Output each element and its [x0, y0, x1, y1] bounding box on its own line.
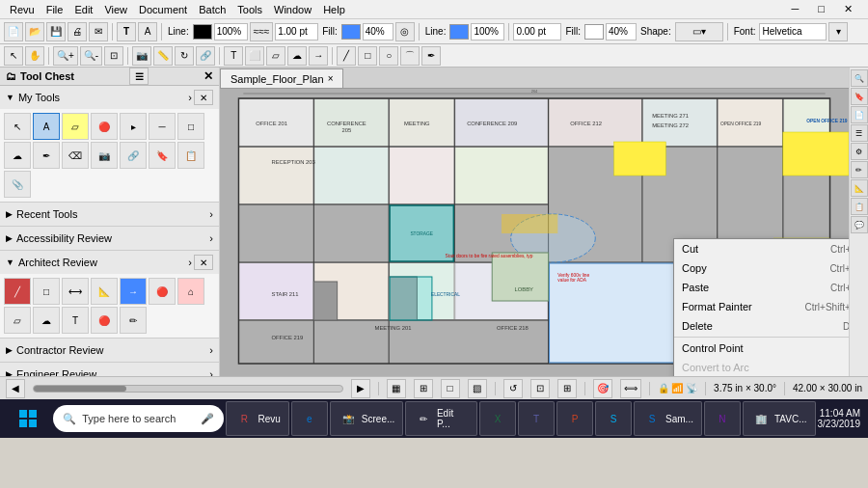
- calibrate-btn[interactable]: 🎯: [593, 379, 612, 398]
- tool-attach[interactable]: 📎: [4, 171, 31, 198]
- arch-tool-11[interactable]: 🔴: [91, 307, 118, 334]
- font-size-btn[interactable]: ▾: [828, 22, 848, 41]
- cloud-btn[interactable]: ☁: [287, 46, 307, 66]
- taskbar-skype[interactable]: S: [595, 401, 632, 436]
- taskbar-search[interactable]: 🔍 Type here to search 🎤: [53, 405, 224, 432]
- accessibility-header[interactable]: ▶ Accessibility Review ›: [0, 227, 219, 250]
- line-pt-input[interactable]: [275, 23, 318, 41]
- taskbar-screen[interactable]: 📸 Scree...: [330, 401, 403, 436]
- rect-btn[interactable]: □: [358, 46, 377, 66]
- status-back-btn[interactable]: ◀: [6, 379, 25, 398]
- type-btn[interactable]: A: [138, 22, 157, 41]
- taskbar-teams[interactable]: T: [518, 401, 555, 436]
- line-color-btn[interactable]: [193, 24, 212, 40]
- zoom-page-btn[interactable]: ⊞: [557, 379, 577, 398]
- arch-tool-8[interactable]: ▱: [4, 307, 31, 334]
- recent-nav[interactable]: ›: [209, 208, 213, 220]
- line2-pct-input[interactable]: [471, 23, 504, 41]
- arch-tool-6[interactable]: 🔴: [149, 278, 176, 305]
- rt-bookmark[interactable]: 🔖: [851, 88, 868, 105]
- minimize-btn[interactable]: ─: [786, 3, 805, 15]
- measure-btn[interactable]: 📏: [153, 46, 173, 66]
- cm-paste[interactable]: Paste Ctrl+V: [674, 278, 849, 297]
- line2-color-btn[interactable]: [449, 24, 469, 40]
- highlight-btn[interactable]: ▱: [266, 46, 285, 66]
- rt-layers[interactable]: ☰: [851, 124, 868, 142]
- tool-snapshot[interactable]: 📷: [91, 142, 118, 169]
- menu-document[interactable]: Document: [133, 4, 193, 15]
- arch-tool-3[interactable]: ⟷: [62, 278, 89, 305]
- zoom-fit-status-btn[interactable]: ⊡: [530, 379, 550, 398]
- opacity-btn[interactable]: ◎: [395, 22, 415, 41]
- engineer-header[interactable]: ▶ Engineer Review ›: [0, 363, 219, 376]
- tab-close-btn[interactable]: ×: [328, 73, 334, 84]
- arch-tool-5[interactable]: →: [120, 278, 147, 305]
- tool-form[interactable]: 📋: [177, 142, 204, 169]
- font-name-input[interactable]: [759, 23, 827, 41]
- recent-tools-header[interactable]: ▶ Recent Tools ›: [0, 203, 219, 226]
- cm-convert-arc[interactable]: Convert to Arc: [674, 358, 849, 376]
- snapshot-btn[interactable]: 📷: [132, 46, 151, 66]
- tool-pen[interactable]: ✒: [33, 142, 60, 169]
- pointer-btn[interactable]: ↖: [4, 46, 23, 66]
- fill-color-btn[interactable]: [341, 24, 361, 40]
- taskbar-revu[interactable]: R Revu: [226, 401, 288, 436]
- architect-header[interactable]: ▼ Architect Review › ✕: [0, 251, 219, 274]
- rt-form[interactable]: 📋: [851, 198, 868, 215]
- rt-pages[interactable]: 📄: [851, 106, 868, 123]
- taskbar-tavc[interactable]: 🏢 TAVC...: [743, 401, 816, 436]
- email-btn[interactable]: ✉: [89, 22, 108, 41]
- cm-delete[interactable]: Delete Del: [674, 316, 849, 336]
- page-view-btn[interactable]: ⊞: [414, 379, 433, 398]
- taskbar-edge[interactable]: e: [291, 401, 328, 436]
- stamp-btn[interactable]: ⬜: [245, 46, 264, 66]
- shape-btn[interactable]: ▭▾: [675, 22, 723, 41]
- menu-revu[interactable]: Revu: [4, 4, 41, 15]
- pen-btn[interactable]: ✒: [421, 46, 441, 66]
- open-btn[interactable]: 📂: [25, 22, 44, 41]
- zoom-in-btn[interactable]: 🔍+: [53, 46, 78, 66]
- menu-window[interactable]: Window: [268, 4, 317, 15]
- taskbar-sam[interactable]: S Sam...: [634, 401, 702, 436]
- rotate-view-btn[interactable]: ↺: [503, 379, 523, 398]
- floor-plan-tab[interactable]: Sample_Floor_Plan ×: [220, 68, 343, 88]
- rt-props[interactable]: ⚙: [851, 143, 868, 160]
- text-tool-btn[interactable]: T: [117, 22, 136, 41]
- my-tools-close[interactable]: ✕: [194, 90, 213, 105]
- compare-btn[interactable]: ▧: [468, 379, 487, 398]
- my-tools-header[interactable]: ▼ My Tools › ✕: [0, 86, 219, 109]
- tool-rect[interactable]: □: [177, 113, 204, 140]
- arch-tool-2[interactable]: □: [33, 278, 60, 305]
- tool-cloud[interactable]: ☁: [4, 142, 31, 169]
- panel-options-btn[interactable]: ☰: [129, 68, 149, 85]
- tool-measure[interactable]: ▸: [120, 113, 147, 140]
- arch-tool-1[interactable]: ╱: [4, 278, 31, 305]
- contractor-header[interactable]: ▶ Contractor Review ›: [0, 339, 219, 362]
- start-button[interactable]: [4, 401, 51, 436]
- zoom-out-btn[interactable]: 🔍-: [80, 46, 102, 66]
- arch-tool-9[interactable]: ☁: [33, 307, 60, 334]
- menu-batch[interactable]: Batch: [193, 4, 231, 15]
- cm-copy[interactable]: Copy Ctrl+C: [674, 258, 849, 278]
- print-btn[interactable]: 🖨: [68, 22, 87, 41]
- arch-nav[interactable]: ›: [188, 257, 192, 268]
- ellipse-btn[interactable]: ○: [379, 46, 398, 66]
- single-view-btn[interactable]: □: [441, 379, 460, 398]
- taskbar-edit[interactable]: ✏ Edit P...: [405, 401, 477, 436]
- maximize-btn[interactable]: □: [812, 3, 830, 15]
- access-nav[interactable]: ›: [209, 232, 213, 244]
- fill2-pct-input[interactable]: [606, 23, 637, 41]
- menu-help[interactable]: Help: [317, 4, 351, 15]
- pan-btn[interactable]: ✋: [25, 46, 44, 66]
- scale-btn[interactable]: ⟺: [620, 379, 641, 398]
- cm-format-painter[interactable]: Format Painter Ctrl+Shift+C: [674, 297, 849, 316]
- close-btn[interactable]: ✕: [838, 3, 858, 15]
- link-btn[interactable]: 🔗: [196, 46, 215, 66]
- arrow-btn[interactable]: →: [309, 46, 328, 66]
- contractor-nav[interactable]: ›: [209, 344, 213, 356]
- floor-plan[interactable]: OFFICE 201 CONFERENCE 205 MEETING CONFER…: [220, 89, 849, 376]
- zoom-fit-btn[interactable]: ⊡: [104, 46, 123, 66]
- taskbar-excel[interactable]: X: [479, 401, 516, 436]
- rt-comments[interactable]: 💬: [851, 216, 868, 233]
- polyline-btn[interactable]: ⌒: [400, 46, 420, 66]
